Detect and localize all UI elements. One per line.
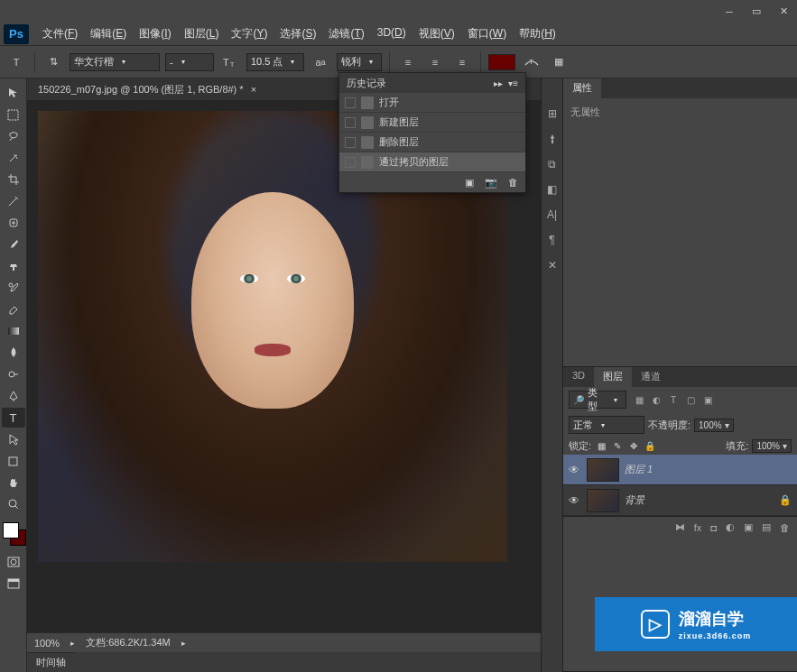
crop-tool[interactable] [2,170,25,189]
font-size-dropdown[interactable]: 10.5 点▾ [246,53,304,71]
history-item[interactable]: 打开 [339,93,525,113]
brush-tool[interactable] [2,235,25,254]
create-document-icon[interactable]: ▣ [465,177,474,189]
maximize-button[interactable]: ▭ [743,3,770,21]
tools-icon[interactable]: ✕ [544,257,561,273]
paragraph-icon[interactable]: ¶ [544,232,561,248]
layer-style-icon[interactable]: fx [694,522,702,533]
tool-preset-icon[interactable]: T [5,51,27,73]
move-tool[interactable] [2,83,25,103]
delete-layer-icon[interactable]: 🗑 [780,522,790,533]
group-icon[interactable]: ▣ [744,521,753,533]
clone-stamp-tool[interactable] [2,256,25,276]
history-checkbox[interactable] [345,117,356,128]
clone-source-icon[interactable]: ⧉ [544,156,561,172]
styles-icon[interactable]: ◧ [544,181,561,198]
history-checkbox[interactable] [345,137,356,148]
menu-y[interactable]: 文字(Y) [225,23,273,44]
link-layers-icon[interactable]: ⧓ [675,521,685,533]
warp-text-icon[interactable]: T [521,51,542,73]
visibility-icon[interactable]: 👁 [569,464,581,476]
delete-state-icon[interactable]: 🗑 [508,177,518,188]
layer-thumbnail[interactable] [587,458,619,482]
antialias-dropdown[interactable]: 锐利▾ [337,53,382,71]
history-item[interactable]: 新建图层 [339,113,525,133]
panel-tab-3D[interactable]: 3D [563,367,594,387]
orientation-icon[interactable]: ⇅ [42,51,64,73]
eyedropper-tool[interactable] [2,191,25,211]
menu-d[interactable]: 3D(D) [371,23,412,44]
blend-mode-dropdown[interactable]: 正常▾ [569,416,644,434]
history-checkbox[interactable] [345,157,356,168]
align-center-icon[interactable]: ≡ [424,51,446,73]
filter-shape-icon[interactable]: ▢ [683,392,698,407]
properties-tab[interactable]: 属性 [563,78,601,98]
rectangle-tool[interactable] [2,451,25,471]
quickmask-tool[interactable] [2,552,25,572]
dodge-tool[interactable] [2,364,25,384]
filter-adjust-icon[interactable]: ◐ [649,392,663,407]
lock-pixels-icon[interactable]: ▦ [595,440,607,453]
swatches-icon[interactable]: ⊞ [544,106,561,122]
pen-tool[interactable] [2,386,25,406]
brushes-icon[interactable] [544,131,561,147]
panel-tab-图层[interactable]: 图层 [594,367,632,387]
magic-wand-tool[interactable] [2,148,25,168]
screen-mode-tool[interactable] [2,574,25,594]
filter-pixel-icon[interactable]: ▦ [632,392,646,407]
align-right-icon[interactable]: ≡ [451,51,473,73]
color-picker[interactable] [0,522,26,551]
lock-brush-icon[interactable]: ✎ [611,440,624,453]
character-icon[interactable]: A| [544,207,561,223]
layer-row[interactable]: 👁背景🔒 [563,485,797,516]
foreground-color-swatch[interactable] [3,522,19,539]
history-item[interactable]: 删除图层 [339,133,525,152]
history-item[interactable]: 通过拷贝的图层 [339,152,525,172]
menu-i[interactable]: 图像(I) [133,23,177,44]
adjustment-layer-icon[interactable]: ◐ [726,521,735,533]
layer-name[interactable]: 背景 [625,493,644,507]
lock-all-icon[interactable]: 🔒 [644,440,656,453]
marquee-tool[interactable] [2,105,25,124]
new-layer-icon[interactable]: ▤ [762,521,771,533]
layer-row[interactable]: 👁图层 1 [563,455,797,485]
collapse-icon[interactable]: ▸▸ [494,78,503,88]
menu-w[interactable]: 窗口(W) [461,23,513,44]
character-panel-icon[interactable]: ▦ [548,51,570,73]
font-family-dropdown[interactable]: 华文行楷▾ [70,53,160,71]
minimize-button[interactable]: ─ [716,3,743,21]
menu-f[interactable]: 文件(F) [36,23,84,44]
menu-v[interactable]: 视图(V) [412,23,461,44]
filter-smart-icon[interactable]: ▣ [700,392,715,407]
close-button[interactable]: ✕ [770,3,797,21]
eraser-tool[interactable] [2,299,25,319]
menu-t[interactable]: 滤镜(T) [322,23,370,44]
type-tool[interactable]: T [2,408,25,428]
layer-filter-dropdown[interactable]: 🔎 类型▾ [569,391,626,409]
menu-l[interactable]: 图层(L) [178,23,226,44]
text-color-swatch[interactable] [488,54,515,70]
align-left-icon[interactable]: ≡ [397,51,419,73]
zoom-level[interactable]: 100% [34,638,60,649]
menu-s[interactable]: 选择(S) [273,23,322,44]
layer-name[interactable]: 图层 1 [625,463,653,476]
gradient-tool[interactable] [2,321,25,341]
zoom-tool[interactable] [2,494,25,514]
close-tab-icon[interactable]: × [251,84,256,95]
blur-tool[interactable] [2,343,25,363]
filter-type-icon[interactable]: T [666,392,681,407]
path-selection-tool[interactable] [2,429,25,449]
panel-tab-通道[interactable]: 通道 [632,367,670,387]
panel-menu-icon[interactable]: ▾≡ [508,78,518,88]
fill-input[interactable]: 100%▾ [752,439,792,453]
opacity-input[interactable]: 100%▾ [694,419,734,432]
history-brush-tool[interactable] [2,278,25,298]
history-checkbox[interactable] [345,97,356,108]
healing-brush-tool[interactable] [2,213,25,233]
visibility-icon[interactable]: 👁 [569,494,581,507]
hand-tool[interactable] [2,473,25,492]
timeline-tab[interactable]: 时间轴 [27,652,75,672]
menu-h[interactable]: 帮助(H) [513,23,562,44]
font-style-dropdown[interactable]: -▾ [165,53,214,71]
layer-thumbnail[interactable] [587,489,619,512]
